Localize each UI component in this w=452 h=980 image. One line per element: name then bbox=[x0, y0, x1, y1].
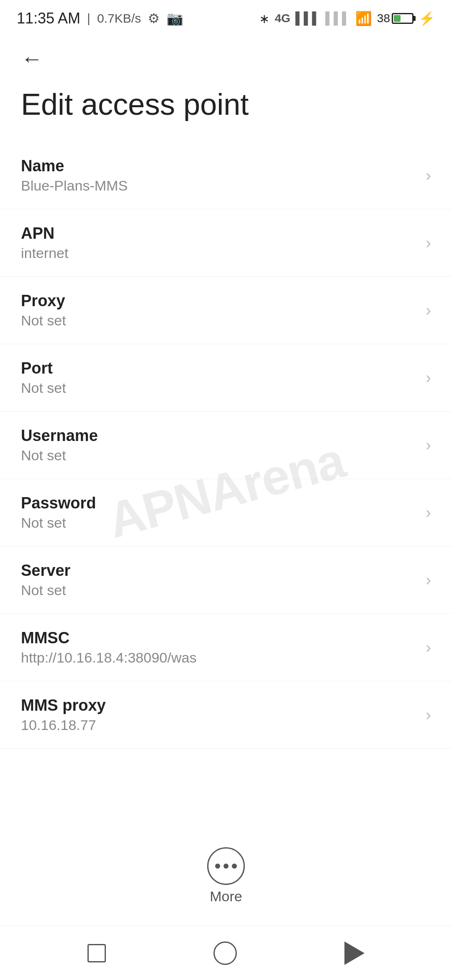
settings-label-port: Port bbox=[21, 359, 417, 377]
status-left: 11:35 AM | 0.7KB/s ⚙ 📷 bbox=[17, 10, 183, 27]
chevron-icon-password: › bbox=[426, 504, 431, 522]
nav-bar bbox=[0, 926, 452, 980]
settings-value-username: Not set bbox=[21, 447, 417, 464]
settings-label-mms-proxy: MMS proxy bbox=[21, 696, 417, 714]
settings-label-password: Password bbox=[21, 494, 417, 512]
chevron-icon-port: › bbox=[426, 369, 431, 387]
settings-item-mmsc-content: MMSC http://10.16.18.4:38090/was bbox=[21, 629, 417, 666]
settings-item-name-content: Name Blue-Plans-MMS bbox=[21, 157, 417, 194]
chevron-icon-mms-proxy: › bbox=[426, 706, 431, 724]
battery-icon bbox=[392, 13, 413, 24]
chevron-icon-username: › bbox=[426, 436, 431, 454]
settings-item-username-content: Username Not set bbox=[21, 427, 417, 464]
settings-item-server[interactable]: Server Not set › bbox=[0, 547, 452, 614]
signal-bars2-icon: ▌▌▌ bbox=[325, 12, 350, 25]
nav-home-icon bbox=[213, 941, 237, 965]
nav-home-button[interactable] bbox=[213, 941, 237, 965]
settings-value-mms-proxy: 10.16.18.77 bbox=[21, 717, 417, 733]
settings-item-password[interactable]: Password Not set › bbox=[0, 479, 452, 547]
settings-item-proxy[interactable]: Proxy Not set › bbox=[0, 277, 452, 344]
status-right: ∗ 4G ▌▌▌ ▌▌▌ 📶 38 ⚡ bbox=[259, 10, 435, 26]
signal-4g-icon: 4G bbox=[275, 12, 290, 25]
settings-icon: ⚙ bbox=[148, 10, 160, 26]
video-icon: 📷 bbox=[167, 10, 183, 26]
back-button[interactable]: ← bbox=[21, 46, 43, 71]
settings-item-port[interactable]: Port Not set › bbox=[0, 344, 452, 412]
more-button[interactable]: More bbox=[207, 847, 245, 905]
more-dots-icon bbox=[215, 864, 237, 869]
settings-value-mmsc: http://10.16.18.4:38090/was bbox=[21, 650, 417, 666]
settings-item-username[interactable]: Username Not set › bbox=[0, 412, 452, 479]
settings-value-proxy: Not set bbox=[21, 312, 417, 329]
more-label: More bbox=[210, 888, 242, 905]
settings-value-name: Blue-Plans-MMS bbox=[21, 178, 417, 194]
nav-recents-button[interactable] bbox=[87, 944, 106, 962]
status-bar: 11:35 AM | 0.7KB/s ⚙ 📷 ∗ 4G ▌▌▌ ▌▌▌ 📶 38… bbox=[0, 0, 452, 34]
settings-item-mmsc[interactable]: MMSC http://10.16.18.4:38090/was › bbox=[0, 614, 452, 681]
chevron-icon-server: › bbox=[426, 571, 431, 589]
settings-item-name[interactable]: Name Blue-Plans-MMS › bbox=[0, 142, 452, 209]
chevron-icon-name: › bbox=[426, 167, 431, 185]
settings-item-proxy-content: Proxy Not set bbox=[21, 292, 417, 329]
chevron-icon-apn: › bbox=[426, 234, 431, 252]
settings-value-port: Not set bbox=[21, 380, 417, 396]
settings-label-server: Server bbox=[21, 562, 417, 580]
battery-indicator: 38 bbox=[377, 12, 413, 25]
settings-value-apn: internet bbox=[21, 245, 417, 261]
settings-item-port-content: Port Not set bbox=[21, 359, 417, 396]
settings-list: Name Blue-Plans-MMS › APN internet › Pro… bbox=[0, 142, 452, 749]
nav-back-button[interactable] bbox=[344, 941, 365, 965]
settings-label-name: Name bbox=[21, 157, 417, 175]
settings-item-mms-proxy[interactable]: MMS proxy 10.16.18.77 › bbox=[0, 681, 452, 749]
signal-bars-icon: ▌▌▌ bbox=[295, 12, 321, 25]
settings-item-server-content: Server Not set bbox=[21, 562, 417, 598]
battery-percent: 38 bbox=[377, 12, 390, 25]
nav-recents-icon bbox=[87, 944, 106, 962]
more-circle-icon bbox=[207, 847, 245, 885]
wifi-icon: 📶 bbox=[355, 10, 372, 26]
settings-label-apn: APN bbox=[21, 224, 417, 242]
nav-back-icon bbox=[344, 941, 365, 965]
settings-item-apn[interactable]: APN internet › bbox=[0, 209, 452, 277]
settings-value-password: Not set bbox=[21, 515, 417, 531]
settings-item-password-content: Password Not set bbox=[21, 494, 417, 531]
network-speed: | bbox=[87, 11, 90, 26]
chevron-icon-mmsc: › bbox=[426, 639, 431, 657]
chevron-icon-proxy: › bbox=[426, 302, 431, 320]
bluetooth-icon: ∗ bbox=[259, 11, 270, 26]
settings-item-mms-proxy-content: MMS proxy 10.16.18.77 bbox=[21, 696, 417, 733]
settings-label-username: Username bbox=[21, 427, 417, 445]
header: ← bbox=[0, 34, 452, 80]
more-section: More bbox=[0, 839, 452, 913]
charging-icon: ⚡ bbox=[419, 10, 435, 26]
settings-label-proxy: Proxy bbox=[21, 292, 417, 310]
time-display: 11:35 AM bbox=[17, 10, 80, 27]
page-title: Edit access point bbox=[0, 80, 452, 142]
network-speed-value: 0.7KB/s bbox=[97, 11, 141, 26]
settings-value-server: Not set bbox=[21, 582, 417, 598]
settings-item-apn-content: APN internet bbox=[21, 224, 417, 261]
settings-label-mmsc: MMSC bbox=[21, 629, 417, 647]
